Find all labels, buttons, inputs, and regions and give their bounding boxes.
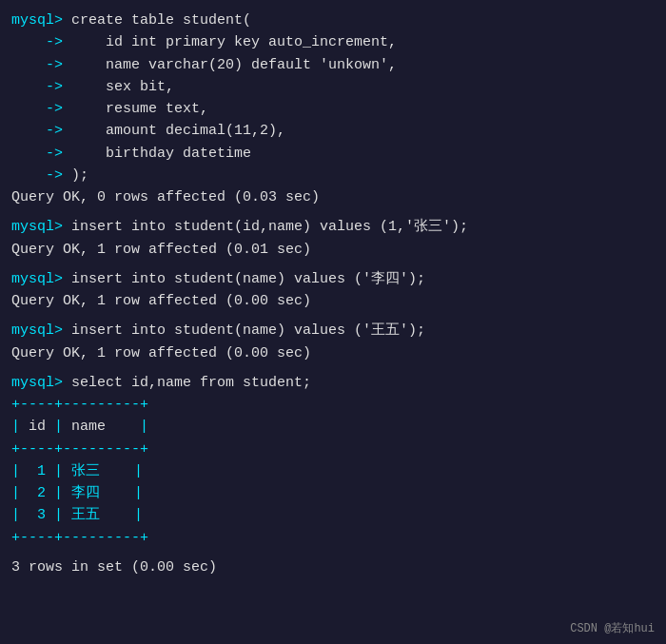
cont-prompt-7: -> [11,167,63,184]
line-col-birthday: -> birthday datetime [11,143,655,165]
cont-prompt-4: -> [11,101,63,117]
result-insert-2: Query OK, 1 row affected (0.00 sec) [11,290,655,312]
line-select: mysql> select id,name from student; [11,372,655,394]
watermark: CSDN @若知hui [570,620,655,636]
spacer-4 [11,364,655,372]
table-row-2: | 2 | 李四 | [11,482,655,504]
prompt-4: mysql> [11,322,63,339]
cont-prompt-5: -> [11,123,63,139]
prompt-5: mysql> [11,375,63,391]
line-create-table: mysql> create table student( [11,10,655,31]
line-insert-2: mysql> insert into student(name) values … [11,268,655,290]
result-create: Query OK, 0 rows affected (0.03 sec) [11,186,655,208]
table-row-1: | 1 | 张三 | [11,460,655,482]
table-row-3: | 3 | 王五 | [11,504,655,526]
prompt-1: mysql> [11,12,63,29]
line-col-name: -> name varchar(20) default 'unkown', [11,54,655,76]
line-col-id: -> id int primary key auto_increment, [11,31,655,53]
terminal-window: mysql> create table student( -> id int p… [0,0,666,644]
spacer-3 [11,312,655,320]
line-close-paren: -> ); [11,165,655,186]
spacer-2 [11,261,655,268]
cont-prompt-1: -> [11,34,63,50]
line-insert-3: mysql> insert into student(name) values … [11,320,655,342]
result-insert-1: Query OK, 1 row affected (0.01 sec) [11,239,655,261]
cont-prompt-6: -> [11,146,63,162]
prompt-2: mysql> [11,219,63,235]
spacer-1 [11,208,655,216]
table-header-row: | id | name | [11,416,655,438]
line-col-resume: -> resume text, [11,98,655,120]
cont-prompt-3: -> [11,79,63,95]
spacer-5 [11,549,655,556]
line-col-sex: -> sex bit, [11,76,655,98]
result-insert-3: Query OK, 1 row affected (0.00 sec) [11,342,655,364]
result-select: 3 rows in set (0.00 sec) [11,556,655,578]
table-border-top: +----+---------+ [11,394,655,416]
table-border-bot: +----+---------+ [11,527,655,549]
line-insert-1: mysql> insert into student(id,name) valu… [11,216,655,238]
prompt-3: mysql> [11,271,63,287]
line-col-amount: -> amount decimal(11,2), [11,120,655,142]
table-border-mid: +----+---------+ [11,439,655,460]
cont-prompt-2: -> [11,57,63,73]
